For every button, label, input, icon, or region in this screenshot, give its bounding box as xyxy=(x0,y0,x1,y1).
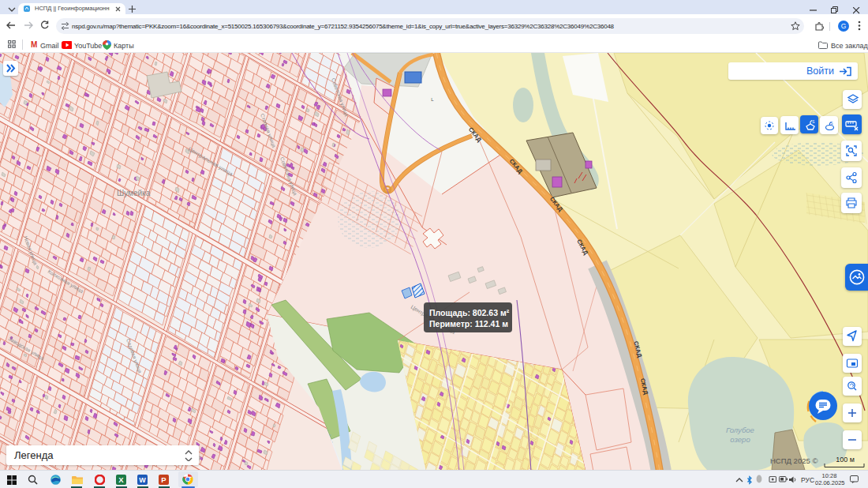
svg-text:S: S xyxy=(831,122,833,126)
svg-text:Голубое: Голубое xyxy=(726,426,754,434)
svg-text:Шумейка: Шумейка xyxy=(117,189,151,197)
svg-text:S: S xyxy=(812,119,815,124)
svg-text:P: P xyxy=(161,475,166,484)
svg-text:X: X xyxy=(118,475,124,484)
svg-text:W: W xyxy=(139,476,146,484)
svg-text:озеро: озеро xyxy=(730,435,750,444)
